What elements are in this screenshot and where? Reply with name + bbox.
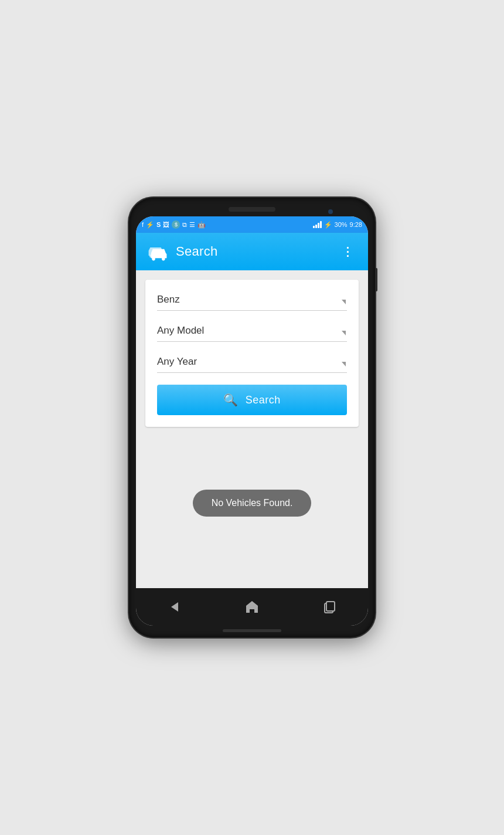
make-dropdown[interactable]: Benz — [157, 291, 347, 311]
clock: 9:28 — [350, 221, 362, 228]
model-dropdown[interactable]: Any Model — [157, 323, 347, 342]
overflow-menu-button[interactable]: ⋮ — [337, 240, 359, 263]
status-right: ⚡ 30% 9:28 — [313, 221, 362, 229]
svg-rect-5 — [159, 250, 164, 252]
signal-mgr-icon: ☰ — [189, 221, 195, 229]
android-icon: 🤖 — [197, 221, 206, 229]
model-value[interactable]: Any Model — [157, 323, 347, 342]
app-bar-title-area: Search — [145, 242, 337, 261]
status-bar: f ⚡ S 🖼 $ ⧉ ☰ 🤖 ⚡ 30% 9:28 — [136, 216, 368, 233]
image-icon: 🖼 — [163, 221, 169, 228]
search-button-icon: 🔍 — [223, 393, 239, 407]
main-content: Benz Any Model Any Year — [136, 270, 368, 588]
app-bar: Search ⋮ — [136, 233, 368, 270]
car-icon — [145, 242, 170, 261]
facebook-icon: f — [142, 221, 144, 228]
svg-rect-3 — [162, 257, 165, 261]
svg-rect-2 — [152, 257, 155, 261]
search-button-label: Search — [246, 394, 281, 406]
no-results-badge: No Vehicles Found. — [193, 490, 312, 517]
phone-screen: f ⚡ S 🖼 $ ⧉ ☰ 🤖 ⚡ 30% 9:28 — [136, 216, 368, 626]
screen-mirror-icon: ⧉ — [182, 221, 187, 229]
search-card: Benz Any Model Any Year — [145, 280, 359, 427]
phone-frame: f ⚡ S 🖼 $ ⧉ ☰ 🤖 ⚡ 30% 9:28 — [129, 198, 375, 637]
app-bar-title: Search — [176, 244, 218, 259]
signal-strength-icon — [313, 221, 322, 228]
battery-percent: 30% — [335, 221, 348, 228]
back-button[interactable] — [152, 594, 197, 620]
year-value[interactable]: Any Year — [157, 354, 347, 373]
search-button[interactable]: 🔍 Search — [157, 385, 347, 415]
charging-icon: ⚡ — [324, 221, 332, 229]
svg-rect-4 — [154, 250, 158, 252]
recents-button[interactable] — [307, 594, 352, 620]
swype-icon: S — [156, 221, 161, 228]
make-dropdown-arrow-icon — [342, 300, 346, 304]
year-dropdown-arrow-icon — [342, 362, 346, 366]
volume-button — [375, 268, 377, 291]
speaker-grille — [229, 207, 275, 212]
results-area: No Vehicles Found. — [145, 427, 359, 579]
make-value[interactable]: Benz — [157, 291, 347, 311]
usb-icon: ⚡ — [146, 221, 154, 229]
bottom-navigation — [136, 588, 368, 626]
svg-rect-7 — [326, 602, 335, 611]
home-button[interactable] — [230, 594, 274, 620]
status-icons-left: f ⚡ S 🖼 $ ⧉ ☰ 🤖 — [142, 220, 206, 229]
no-results-text: No Vehicles Found. — [212, 498, 293, 508]
dollar-icon: $ — [172, 220, 180, 229]
bottom-bar — [223, 629, 281, 632]
model-dropdown-arrow-icon — [342, 331, 346, 335]
front-camera — [328, 209, 333, 214]
year-dropdown[interactable]: Any Year — [157, 354, 347, 373]
